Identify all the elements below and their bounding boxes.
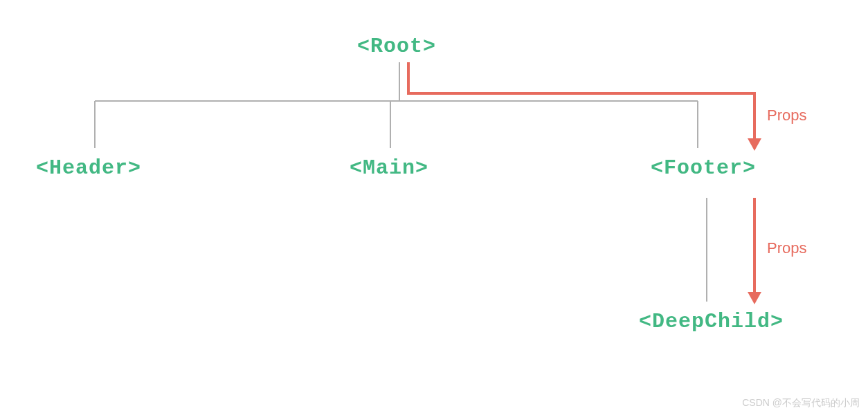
props-arrow-1	[408, 62, 754, 142]
props-arrowhead-2	[748, 292, 761, 304]
label-props-2: Props	[767, 239, 806, 257]
node-header: <Header>	[36, 156, 141, 180]
node-footer: <Footer>	[651, 156, 756, 180]
node-root: <Root>	[357, 35, 436, 58]
node-deepchild: <DeepChild>	[639, 310, 784, 333]
props-arrowhead-1	[748, 138, 761, 151]
node-main: <Main>	[350, 156, 428, 180]
watermark: CSDN @不会写代码的小周	[742, 397, 860, 409]
diagram-connectors	[0, 0, 868, 415]
label-props-1: Props	[767, 107, 806, 124]
